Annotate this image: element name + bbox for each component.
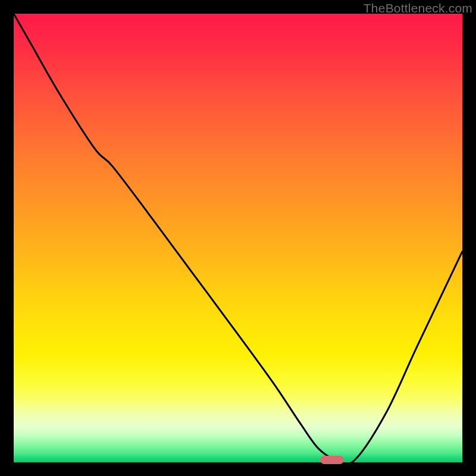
chart-frame: TheBottleneck.com (0, 0, 476, 476)
optimum-marker (320, 456, 344, 464)
watermark-text: TheBottleneck.com (364, 1, 472, 15)
plot-area (14, 14, 462, 462)
